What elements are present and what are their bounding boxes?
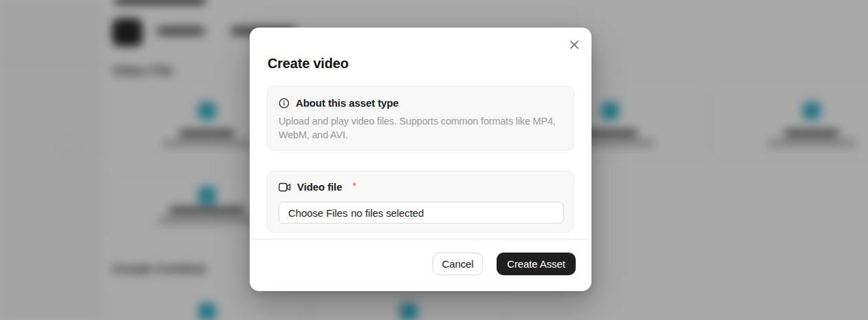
video-file-label: Video file xyxy=(297,181,342,193)
create-asset-button[interactable]: Create Asset xyxy=(497,253,576,275)
about-title: About this asset type xyxy=(296,97,399,109)
cancel-button[interactable]: Cancel xyxy=(433,253,483,275)
video-camera-icon xyxy=(279,182,291,192)
footer-divider xyxy=(250,239,592,239)
choose-files-button[interactable]: Choose Files xyxy=(288,207,347,219)
close-button[interactable] xyxy=(567,37,582,52)
about-description: Upload and play video files. Supports co… xyxy=(279,114,570,142)
required-marker: * xyxy=(352,180,356,191)
modal-title: Create video xyxy=(268,56,349,72)
modal-footer: Cancel Create Asset xyxy=(250,253,592,275)
file-input-status: no files selected xyxy=(351,207,424,219)
about-asset-type-box: About this asset type Upload and play vi… xyxy=(267,86,574,151)
video-file-field-box: Video file * Choose Files no files selec… xyxy=(267,171,574,233)
info-icon xyxy=(279,98,290,109)
close-icon xyxy=(569,40,579,50)
screen: ‹ Video File xyxy=(0,0,868,320)
create-video-modal: Create video About this asset type Uploa… xyxy=(250,28,592,291)
video-file-input[interactable]: Choose Files no files selected xyxy=(279,202,564,224)
